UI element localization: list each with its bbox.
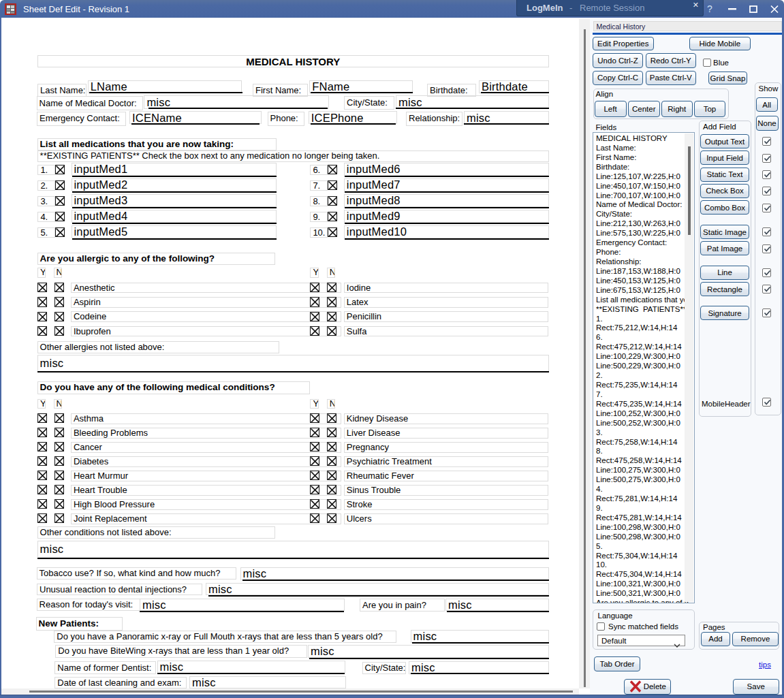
sheet-static-text[interactable]: Ulcers	[344, 513, 549, 524]
show-field-checkbox[interactable]	[762, 227, 771, 236]
sheet-static-text[interactable]: Bleeding Problems	[71, 428, 341, 439]
sheet-line[interactable]	[447, 611, 549, 612]
sheet-input-field[interactable]: misc	[140, 599, 345, 612]
sheet-static-text[interactable]: 3.	[37, 196, 54, 206]
fields-list-item[interactable]: First Name:	[593, 153, 689, 163]
sheet-static-text[interactable]: Do you have any of the following medical…	[37, 381, 311, 394]
fields-list-item[interactable]: Birthdate:	[593, 163, 689, 172]
fields-list-item[interactable]: Line:125,107,W:225,H:0	[593, 172, 689, 182]
fields-list-item[interactable]: Rect:75,258,W:14,H:14	[593, 438, 689, 447]
sheet-line[interactable]	[72, 207, 277, 208]
sheet-static-text[interactable]: Kidney Disease	[344, 413, 549, 424]
sheet-input-field[interactable]: FName	[309, 80, 412, 93]
sheet-static-text[interactable]: Y	[37, 268, 46, 278]
sheet-input-field[interactable]: inputMed2	[72, 178, 277, 191]
sheet-line[interactable]	[148, 108, 328, 109]
fields-list-item[interactable]: Line:100,252,W:300,H:0	[593, 409, 689, 419]
sheet-static-text[interactable]: Penicillin	[344, 311, 549, 322]
fields-list-item[interactable]: Line:212,130,W:263,H:0	[593, 219, 689, 229]
sheet-checkbox[interactable]	[310, 326, 319, 336]
sheet-static-text[interactable]: Are you allergic to any of the following…	[37, 253, 275, 265]
sheet-static-text[interactable]: Name of former Dentist:	[54, 661, 156, 674]
sheet-static-text[interactable]: City/State:	[344, 96, 394, 110]
fields-list-item[interactable]: Rect:475,235,W:14,H:14	[593, 400, 689, 409]
fields-list-item[interactable]: Line:500,298,W:300,H:0	[593, 533, 689, 542]
fields-list-item[interactable]: Rect:475,258,W:14,H:14	[593, 456, 689, 466]
sheet-line[interactable]	[345, 238, 549, 240]
sheet-input-field[interactable]: misc	[144, 95, 329, 109]
sheet-checkbox[interactable]	[327, 471, 336, 480]
align-top-button[interactable]: Top	[694, 101, 725, 117]
sheet-checkbox[interactable]	[310, 283, 319, 292]
sheet-checkbox[interactable]	[310, 456, 319, 466]
align-center-button[interactable]: Center	[628, 101, 661, 117]
sheet-static-text[interactable]: Liver Disease	[344, 428, 549, 439]
sheet-checkbox[interactable]	[327, 297, 336, 306]
fields-list-item[interactable]: Rect:475,212,W:14,H:14	[593, 343, 689, 352]
redo-button[interactable]: Redo Ctrl-Y	[646, 53, 696, 68]
mobile-header-checkbox[interactable]	[762, 398, 771, 407]
sheet-input-field[interactable]: inputMed5	[72, 225, 277, 238]
horizontal-scrollbar[interactable]	[1, 688, 579, 695]
fields-list-item[interactable]: Relationship:	[593, 257, 689, 267]
show-none-button[interactable]: None	[756, 116, 779, 131]
sheet-checkbox[interactable]	[54, 456, 64, 466]
sheet-static-text[interactable]: Other allergies not listed above:	[37, 341, 279, 353]
sheet-static-text[interactable]: Sulfa	[344, 326, 549, 337]
sheet-line[interactable]	[89, 92, 242, 93]
sheet-input-field[interactable]: misc	[464, 111, 549, 125]
fields-list-item[interactable]: Rect:75,281,W:14,H:14	[593, 494, 689, 504]
sheet-line[interactable]	[72, 191, 277, 193]
sheet-checkbox[interactable]	[55, 196, 65, 206]
sheet-input-field[interactable]: inputMed7	[344, 178, 549, 191]
sheet-checkbox[interactable]	[54, 499, 64, 509]
sheet-checkbox[interactable]	[54, 442, 64, 451]
maximize-button[interactable]	[746, 0, 761, 18]
fields-list-item[interactable]: Line:187,153,W:188,H:0	[593, 267, 689, 276]
add-field-static-image-button[interactable]: Static Image	[700, 225, 749, 239]
logmein-close-icon[interactable]: ✕	[693, 1, 699, 10]
sheet-static-text[interactable]: Joint Replacement	[71, 513, 341, 524]
fields-list-item[interactable]: Line:100,298,W:300,H:0	[593, 523, 689, 533]
show-field-checkbox[interactable]	[762, 137, 771, 146]
sheet-static-text[interactable]: 5.	[37, 227, 54, 238]
sheet-static-text[interactable]: Pregnancy	[344, 442, 549, 453]
sheet-checkbox[interactable]	[55, 227, 65, 237]
sheet-input-field[interactable]: misc	[37, 355, 549, 372]
show-field-checkbox[interactable]	[762, 244, 771, 253]
sheet-line[interactable]	[131, 123, 260, 125]
sheet-input-field[interactable]: misc	[445, 599, 549, 612]
sheet-checkbox[interactable]	[327, 326, 336, 336]
add-field-pat-image-button[interactable]: Pat Image	[700, 241, 749, 255]
show-field-checkbox[interactable]	[762, 268, 771, 277]
sheet-static-text[interactable]: Tobacco use? If so, what kind and how mu…	[37, 567, 237, 580]
tab-order-button[interactable]: Tab Order	[594, 656, 640, 671]
sheet-checkbox[interactable]	[327, 485, 336, 494]
fields-list-item[interactable]: Line:450,107,W:150,H:0	[593, 182, 689, 191]
sheet-checkbox[interactable]	[37, 513, 47, 523]
sheet-checkbox[interactable]	[54, 312, 64, 321]
sheet-line[interactable]	[311, 123, 396, 125]
sheet-checkbox[interactable]	[54, 413, 64, 423]
sheet-checkbox[interactable]	[37, 471, 47, 480]
sheet-checkbox[interactable]	[37, 428, 47, 437]
sheet-static-text[interactable]: Cancer	[71, 442, 341, 453]
sheet-static-text[interactable]: High Blood Pressure	[71, 499, 341, 510]
sheet-static-text[interactable]: 2.	[37, 180, 54, 191]
sheet-input-field[interactable]: inputMed9	[344, 210, 549, 223]
sheet-static-text[interactable]: Ibuprofen	[71, 326, 341, 337]
sheet-static-text[interactable]: N	[327, 399, 336, 409]
sheet-checkbox[interactable]	[54, 428, 64, 437]
sheet-static-text[interactable]: Aspirin	[71, 297, 341, 308]
sheet-line[interactable]	[411, 673, 549, 674]
sheet-line[interactable]	[37, 371, 549, 372]
show-field-checkbox[interactable]	[762, 170, 771, 179]
fields-list-item[interactable]: 6.	[593, 333, 689, 343]
tips-link[interactable]: tips	[759, 661, 771, 669]
sheet-checkbox[interactable]	[328, 165, 337, 174]
fields-list-item[interactable]: Rect:475,281,W:14,H:14	[593, 513, 689, 523]
sheet-static-text[interactable]: Codeine	[71, 311, 341, 322]
sheet-checkbox[interactable]	[328, 227, 337, 237]
sheet-static-text[interactable]: Unusual reaction to dental injections?	[37, 584, 202, 596]
sheet-input-field[interactable]: inputMed10	[344, 225, 549, 238]
